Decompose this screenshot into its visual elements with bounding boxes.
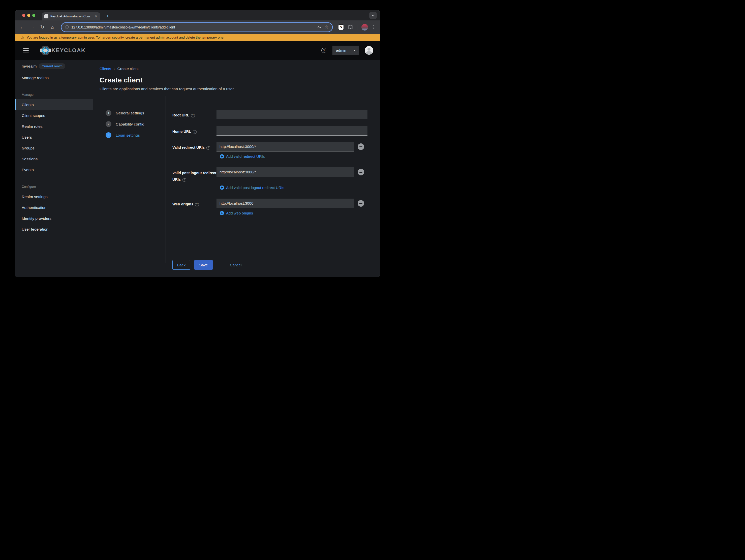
bookmark-star-icon[interactable]: ☆: [325, 25, 328, 30]
web-origins-input[interactable]: [217, 199, 354, 208]
realm-name: myrealm: [22, 64, 37, 69]
valid-redirect-uris-input[interactable]: [217, 142, 354, 152]
root-url-input[interactable]: [217, 110, 367, 119]
realm-selector[interactable]: myrealm Current realm: [15, 60, 93, 72]
back-button[interactable]: Back: [172, 260, 190, 270]
sidebar-item-clients[interactable]: Clients: [15, 99, 93, 110]
tab-search-button[interactable]: [369, 12, 377, 19]
browser-menu-icon[interactable]: [372, 25, 376, 29]
user-avatar[interactable]: [365, 46, 373, 55]
maximize-window-button[interactable]: [32, 14, 35, 17]
sidebar-item-realm-roles[interactable]: Realm roles: [15, 121, 93, 132]
valid-redirect-uris-row: Valid redirect URIs?: [172, 142, 380, 152]
sidebar-item-manage-realms[interactable]: Manage realms: [15, 72, 93, 84]
help-icon[interactable]: ?: [321, 48, 326, 53]
add-redirect-uri-link[interactable]: Add valid redirect URIs: [220, 154, 380, 159]
root-url-label: Root URL?: [172, 110, 217, 119]
form-actions: Back Save Cancel: [172, 260, 380, 270]
post-logout-uris-row: Valid post logout redirect URIs?: [172, 167, 380, 183]
sidebar-item-authentication[interactable]: Authentication: [15, 202, 93, 213]
password-key-icon[interactable]: [317, 25, 322, 30]
wizard-step-general-settings[interactable]: 1 General settings: [106, 110, 166, 116]
save-button[interactable]: Save: [194, 260, 213, 270]
toolbar-divider: [357, 25, 357, 30]
page-subtitle: Clients are applications and services th…: [93, 84, 380, 91]
extensions-puzzle-icon[interactable]: [348, 25, 353, 30]
sidebar-item-user-federation[interactable]: User federation: [15, 224, 93, 235]
warning-icon: ⚠: [21, 36, 25, 39]
remove-redirect-uri-button[interactable]: [358, 143, 364, 150]
sidebar-item-identity-providers[interactable]: Identity providers: [15, 213, 93, 224]
sidebar-item-client-scopes[interactable]: Client scopes: [15, 110, 93, 121]
temp-admin-warning-banner: ⚠ You are logged in as a temporary admin…: [15, 34, 380, 41]
web-origins-label: Web origins?: [172, 199, 217, 208]
help-circle-icon[interactable]: ?: [191, 114, 195, 118]
url-text[interactable]: 127.0.0.1:8080/admin/master/console/#/my…: [71, 25, 315, 29]
breadcrumb-current: Create client: [118, 67, 139, 71]
caret-down-icon: ▾: [354, 48, 355, 52]
post-logout-uris-input[interactable]: [217, 167, 354, 177]
sidebar-toggle-icon[interactable]: [23, 48, 29, 53]
sidebar-item-realm-settings[interactable]: Realm settings: [15, 191, 93, 202]
sidebar-item-sessions[interactable]: Sessions: [15, 154, 93, 164]
step-number: 2: [106, 121, 111, 127]
close-tab-icon[interactable]: ✕: [94, 14, 98, 18]
home-button[interactable]: ⌂: [50, 25, 56, 30]
home-url-label: Home URL?: [172, 126, 217, 136]
help-circle-icon[interactable]: ?: [183, 178, 186, 182]
remove-post-logout-uri-button[interactable]: [358, 169, 364, 175]
breadcrumb: Clients › Create client: [93, 60, 380, 71]
browser-titlebar: ‹› Keycloak Administration Cons ✕ +: [15, 10, 380, 21]
wizard-nav: 1 General settings 2 Capability config 3…: [93, 96, 166, 263]
sidebar: myrealm Current realm Manage realms Mana…: [15, 60, 93, 277]
web-origins-row: Web origins?: [172, 199, 380, 208]
valid-redirect-uris-label: Valid redirect URIs?: [172, 142, 217, 152]
back-button[interactable]: ←: [19, 25, 25, 30]
new-tab-button[interactable]: +: [104, 12, 111, 20]
window-controls: [22, 14, 35, 17]
browser-tab[interactable]: ‹› Keycloak Administration Cons ✕: [42, 12, 100, 21]
step-number: 1: [106, 110, 111, 116]
notion-extension-icon[interactable]: N: [338, 25, 344, 30]
minimize-window-button[interactable]: [27, 14, 30, 17]
home-url-row: Home URL?: [172, 126, 380, 136]
breadcrumb-clients-link[interactable]: Clients: [100, 67, 111, 71]
tab-title: Keycloak Administration Cons: [51, 14, 92, 18]
step-label: Login settings: [116, 133, 140, 138]
reload-button[interactable]: ↻: [39, 24, 45, 30]
keycloak-logo[interactable]: KEYCLOAK: [40, 45, 86, 56]
chevron-down-icon: [371, 13, 375, 17]
home-url-input[interactable]: [217, 126, 367, 136]
step-label: Capability config: [116, 122, 144, 127]
plus-circle-icon: [220, 186, 224, 190]
keycloak-masthead: KEYCLOAK ? admin ▾: [15, 41, 380, 60]
keycloak-brand-text: KEYCLOAK: [52, 47, 86, 54]
keycloak-logo-icon: [40, 45, 51, 56]
help-circle-icon[interactable]: ?: [206, 146, 210, 150]
site-info-icon[interactable]: i: [65, 25, 69, 29]
browser-profile-avatar[interactable]: [361, 24, 368, 31]
browser-window: ‹› Keycloak Administration Cons ✕ + ← → …: [15, 10, 380, 277]
add-web-origins-link[interactable]: Add web origins: [220, 211, 380, 215]
remove-web-origin-button[interactable]: [358, 200, 364, 207]
user-dropdown[interactable]: admin ▾: [332, 45, 359, 55]
browser-toolbar: ← → ↻ ⌂ i 127.0.0.1:8080/admin/master/co…: [15, 21, 380, 34]
wizard-step-capability-config[interactable]: 2 Capability config: [106, 121, 166, 127]
cancel-button[interactable]: Cancel: [230, 263, 242, 267]
close-window-button[interactable]: [22, 14, 25, 17]
step-label: General settings: [116, 111, 144, 116]
step-number: 3: [106, 132, 111, 138]
main-content: Clients › Create client Create client Cl…: [93, 60, 380, 277]
address-bar[interactable]: i 127.0.0.1:8080/admin/master/console/#/…: [62, 23, 332, 32]
help-circle-icon[interactable]: ?: [193, 130, 197, 134]
page-title: Create client: [93, 71, 380, 84]
sidebar-item-groups[interactable]: Groups: [15, 143, 93, 154]
sidebar-item-users[interactable]: Users: [15, 132, 93, 143]
forward-button[interactable]: →: [29, 25, 35, 30]
login-settings-form: Root URL? Home URL? Valid redirect URIs?: [166, 96, 380, 263]
add-post-logout-uri-link[interactable]: Add valid post logout redirect URIs: [220, 186, 380, 190]
sidebar-section-manage: Manage: [15, 90, 93, 99]
sidebar-item-events[interactable]: Events: [15, 164, 93, 175]
wizard-step-login-settings[interactable]: 3 Login settings: [106, 132, 166, 138]
help-circle-icon[interactable]: ?: [195, 203, 199, 206]
